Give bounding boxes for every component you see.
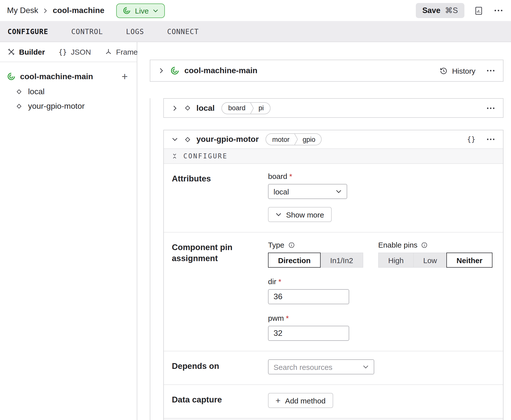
gpio-motor-card: your-gpio-motor motor gpio {}: [163, 130, 503, 420]
enable-pins-segmented-control: High Low Neither: [378, 253, 492, 268]
tab-configure[interactable]: CONFIGURE: [8, 27, 48, 35]
collapse-chevron-down-icon[interactable]: [171, 135, 179, 143]
attributes-section: Attributes board * local: [164, 164, 503, 232]
component-diamond-icon: [16, 88, 23, 95]
depends-on-form: Search resources: [268, 359, 495, 374]
tree-item-local[interactable]: local: [7, 84, 130, 99]
mode-frame[interactable]: Frame: [104, 48, 138, 56]
tree-motor-label: your-gpio-motor: [28, 101, 85, 111]
pwm-pin-input[interactable]: [268, 326, 349, 341]
more-menu-icon[interactable]: [485, 106, 496, 111]
machine-card-header: cool-machine-main History: [150, 60, 503, 81]
data-capture-section: Data capture + Add method: [164, 384, 503, 418]
pin-assignment-heading: Component pin assignment: [172, 241, 268, 341]
depends-on-section: Depends on Search resources: [164, 351, 503, 384]
tab-connect[interactable]: CONNECT: [167, 27, 199, 35]
viam-logo-icon: [7, 72, 16, 81]
machine-metrics-icon[interactable]: [473, 5, 484, 16]
configure-section-bar[interactable]: CONFIGURE: [164, 148, 503, 164]
enable-pins-group: Enable pins High Low Neither: [378, 241, 492, 268]
more-menu-icon[interactable]: [485, 137, 496, 142]
tag-board: board: [222, 104, 250, 112]
resource-type-tag: motor gpio: [266, 133, 322, 145]
top-bar: My Desk cool-machine Live Save ⌘S: [0, 0, 511, 21]
pwm-field-label: pwm *: [268, 314, 495, 322]
expand-chevron-right-icon[interactable]: [157, 67, 165, 75]
history-button[interactable]: History: [440, 66, 475, 75]
tree-item-your-gpio-motor[interactable]: your-gpio-motor: [7, 99, 130, 113]
motor-card-header: your-gpio-motor motor gpio {}: [164, 130, 503, 148]
chevron-down-icon: [276, 212, 282, 218]
tree-item-machine[interactable]: cool-machine-main +: [7, 69, 130, 84]
resource-type-tag: board pi: [222, 102, 270, 114]
enable-option-high[interactable]: High: [378, 253, 414, 268]
json-braces-icon[interactable]: {}: [467, 135, 475, 143]
dir-pin-input[interactable]: [268, 289, 349, 304]
chevron-down-icon: [336, 188, 342, 194]
test-section-bar[interactable]: TEST: [164, 418, 503, 420]
view-mode-switcher: Builder {} JSON Frame: [0, 42, 137, 62]
history-icon: [440, 66, 448, 75]
type-label: Type: [268, 241, 363, 249]
plus-icon: +: [276, 396, 281, 405]
depends-on-placeholder: Search resources: [274, 363, 332, 371]
dir-field-label: dir *: [268, 277, 495, 286]
mode-builder[interactable]: Builder: [8, 48, 45, 56]
required-marker: *: [278, 277, 281, 286]
tree-local-label: local: [28, 87, 45, 96]
enable-option-neither[interactable]: Neither: [447, 253, 492, 268]
save-button[interactable]: Save ⌘S: [416, 3, 464, 18]
show-more-button[interactable]: Show more: [268, 207, 332, 222]
board-field-label: board *: [268, 172, 495, 180]
add-component-button[interactable]: +: [119, 71, 130, 82]
tab-control[interactable]: CONTROL: [71, 27, 103, 35]
depends-on-select[interactable]: Search resources: [268, 359, 374, 374]
tag-pi: pi: [254, 104, 270, 112]
tag-separator-icon: [294, 133, 298, 145]
more-menu-icon[interactable]: [493, 8, 504, 13]
tab-logs[interactable]: LOGS: [126, 27, 144, 35]
content-area: Builder {} JSON Frame: [0, 42, 511, 420]
add-method-button[interactable]: + Add method: [268, 393, 333, 408]
pin-assignment-form: Type Direction In1/In2: [268, 241, 495, 341]
resource-tree: cool-machine-main + local: [0, 62, 137, 120]
board-select[interactable]: local: [268, 184, 347, 199]
motor-card-actions: {}: [467, 135, 496, 143]
local-card-actions: [485, 106, 496, 111]
topbar-actions: Save ⌘S: [416, 3, 504, 18]
braces-icon: {}: [58, 48, 67, 56]
mode-json[interactable]: {} JSON: [58, 48, 91, 56]
breadcrumb-current: cool-machine: [53, 6, 104, 15]
enable-option-low[interactable]: Low: [413, 253, 447, 268]
breadcrumb-parent[interactable]: My Desk: [7, 6, 38, 15]
save-label: Save: [422, 6, 440, 15]
type-option-direction[interactable]: Direction: [268, 253, 321, 268]
live-status-dropdown[interactable]: Live: [116, 3, 165, 18]
component-diamond-icon: [184, 136, 191, 143]
expand-chevron-right-icon[interactable]: [171, 104, 179, 112]
mode-frame-label: Frame: [116, 48, 138, 56]
more-menu-icon[interactable]: [485, 68, 496, 73]
tag-gpio: gpio: [298, 136, 321, 143]
enable-pins-label: Enable pins: [378, 241, 492, 249]
info-icon[interactable]: [288, 241, 295, 248]
sidebar: Builder {} JSON Frame: [0, 42, 137, 420]
board-select-value: local: [274, 187, 289, 196]
type-option-in1in2[interactable]: In1/In2: [320, 253, 363, 268]
type-segmented-control: Direction In1/In2: [268, 253, 363, 268]
mode-builder-label: Builder: [19, 48, 45, 56]
component-diamond-icon: [184, 104, 191, 112]
info-icon[interactable]: [421, 241, 428, 248]
machine-children: local board pi: [150, 98, 503, 420]
machine-card-actions: History: [440, 66, 496, 75]
pin-assignment-section: Component pin assignment Type: [164, 232, 503, 351]
pwm-field: pwm *: [268, 314, 495, 341]
add-method-label: Add method: [285, 396, 326, 405]
tree-machine-label: cool-machine-main: [20, 72, 93, 81]
type-group: Type Direction In1/In2: [268, 241, 363, 268]
local-board-card: local board pi: [163, 98, 503, 118]
data-capture-form: + Add method: [268, 393, 495, 408]
motor-card-title: your-gpio-motor: [196, 135, 259, 144]
required-marker: *: [289, 172, 292, 180]
depends-on-heading: Depends on: [172, 359, 268, 374]
